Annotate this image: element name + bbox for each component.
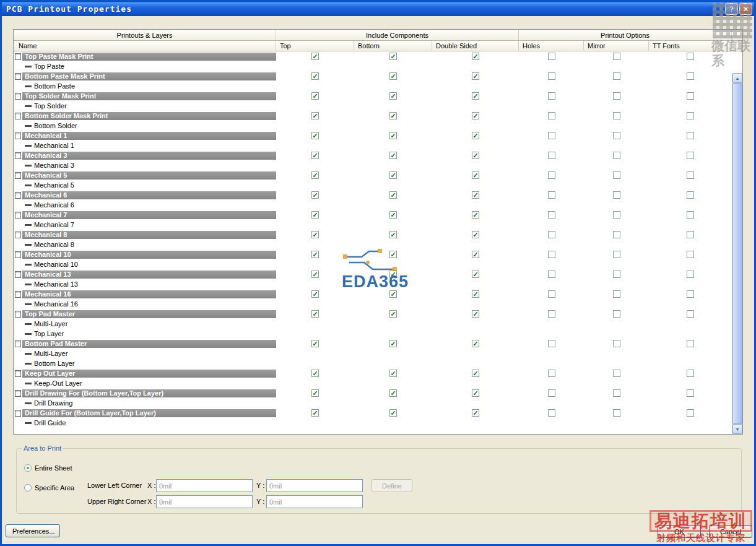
scroll-up-button[interactable]: ▲ (732, 73, 742, 83)
holes-checkbox[interactable] (548, 112, 555, 119)
top-checkbox[interactable]: ✓ (311, 370, 319, 377)
bottom-checkbox[interactable]: ✓ (389, 171, 397, 179)
holes-checkbox[interactable] (548, 171, 555, 179)
mirror-checkbox[interactable] (613, 340, 620, 347)
holes-checkbox[interactable] (548, 389, 555, 397)
bottom-checkbox[interactable]: ✓ (389, 191, 397, 199)
layer-row[interactable]: Mechanical 5 (14, 180, 732, 190)
mirror-checkbox[interactable] (613, 271, 620, 278)
layer-row[interactable]: Bottom Solder (14, 121, 732, 131)
upper-right-x-input[interactable] (156, 495, 253, 508)
mirror-checkbox[interactable] (613, 191, 620, 199)
layer-row[interactable]: Mechanical 16 (14, 299, 732, 309)
double-sided-checkbox[interactable]: ✓ (472, 211, 479, 219)
ok-button[interactable]: OK (658, 525, 701, 538)
printout-name-bar[interactable]: Drill Drawing For (Bottom Layer,Top Laye… (22, 389, 276, 397)
mirror-checkbox[interactable] (613, 211, 620, 219)
mirror-checkbox[interactable] (613, 251, 620, 258)
lower-left-x-input[interactable] (156, 479, 253, 492)
top-checkbox[interactable]: ✓ (311, 340, 319, 347)
top-checkbox[interactable]: ✓ (311, 112, 319, 119)
col-header-mirror[interactable]: Mirror (584, 41, 649, 51)
tt-fonts-checkbox[interactable] (687, 310, 694, 318)
bottom-checkbox[interactable]: ✓ (389, 389, 397, 397)
tt-fonts-checkbox[interactable] (687, 53, 694, 60)
top-checkbox[interactable]: ✓ (311, 290, 319, 298)
tt-fonts-checkbox[interactable] (687, 92, 694, 100)
bottom-checkbox[interactable]: ✓ (389, 231, 397, 238)
layer-row[interactable]: Mechanical 10 (14, 259, 732, 269)
mirror-checkbox[interactable] (613, 112, 620, 119)
top-checkbox[interactable]: ✓ (311, 389, 319, 397)
top-checkbox[interactable]: ✓ (311, 231, 319, 238)
holes-checkbox[interactable] (548, 72, 555, 80)
holes-checkbox[interactable] (548, 290, 555, 298)
layer-row[interactable]: Top Solder (14, 101, 732, 111)
printout-name-bar[interactable]: Mechanical 1 (22, 132, 276, 140)
tt-fonts-checkbox[interactable] (687, 211, 694, 219)
tt-fonts-checkbox[interactable] (687, 152, 694, 159)
layer-row[interactable]: Mechanical 8 (14, 240, 732, 249)
lower-left-y-input[interactable] (266, 479, 363, 492)
printout-name-bar[interactable]: Mechanical 8 (22, 231, 276, 239)
double-sided-checkbox[interactable]: ✓ (472, 132, 479, 139)
mirror-checkbox[interactable] (613, 53, 620, 60)
mirror-checkbox[interactable] (613, 409, 620, 417)
mirror-checkbox[interactable] (613, 171, 620, 179)
printout-name-bar[interactable]: Keep Out Layer (22, 370, 276, 378)
top-checkbox[interactable]: ✓ (311, 132, 319, 139)
define-button[interactable]: Define (371, 479, 412, 492)
bottom-checkbox[interactable]: ✓ (389, 72, 397, 80)
upper-right-y-input[interactable] (266, 495, 363, 508)
bottom-checkbox[interactable]: ✓ (389, 271, 397, 278)
holes-checkbox[interactable] (548, 92, 555, 100)
help-button[interactable]: ? (725, 3, 738, 15)
top-checkbox[interactable]: ✓ (311, 409, 319, 417)
bottom-checkbox[interactable]: ✓ (389, 290, 397, 298)
layer-row[interactable]: Mechanical 1 (14, 141, 732, 150)
tt-fonts-checkbox[interactable] (687, 290, 694, 298)
layer-row[interactable]: Mechanical 7 (14, 220, 732, 230)
double-sided-checkbox[interactable]: ✓ (472, 290, 479, 298)
layer-row[interactable]: Keep-Out Layer (14, 378, 732, 388)
tt-fonts-checkbox[interactable] (687, 231, 694, 238)
bottom-checkbox[interactable]: ✓ (389, 132, 397, 139)
tt-fonts-checkbox[interactable] (687, 171, 694, 179)
printout-name-bar[interactable]: Top Paste Mask Print (22, 53, 276, 61)
top-checkbox[interactable]: ✓ (311, 191, 319, 199)
entire-sheet-radio[interactable] (24, 464, 32, 472)
bottom-checkbox[interactable]: ✓ (389, 310, 397, 318)
holes-checkbox[interactable] (548, 152, 555, 159)
mirror-checkbox[interactable] (613, 92, 620, 100)
double-sided-checkbox[interactable]: ✓ (472, 310, 479, 318)
tt-fonts-checkbox[interactable] (687, 389, 694, 397)
holes-checkbox[interactable] (548, 251, 555, 258)
top-checkbox[interactable]: ✓ (311, 72, 319, 80)
bottom-checkbox[interactable]: ✓ (389, 211, 397, 219)
double-sided-checkbox[interactable]: ✓ (472, 231, 479, 238)
layer-row[interactable]: Multi-Layer (14, 349, 732, 358)
holes-checkbox[interactable] (548, 271, 555, 278)
specific-area-radio[interactable] (24, 484, 32, 492)
holes-checkbox[interactable] (548, 310, 555, 318)
layer-row[interactable]: Drill Guide (14, 418, 732, 428)
double-sided-checkbox[interactable]: ✓ (472, 72, 479, 80)
holes-checkbox[interactable] (548, 370, 555, 377)
printout-name-bar[interactable]: Bottom Pad Master (22, 340, 276, 348)
printout-name-bar[interactable]: Top Solder Mask Print (22, 92, 276, 100)
printout-name-bar[interactable]: Mechanical 3 (22, 152, 276, 160)
mirror-checkbox[interactable] (613, 310, 620, 318)
printout-name-bar[interactable]: Mechanical 10 (22, 251, 276, 259)
top-checkbox[interactable]: ✓ (311, 171, 319, 179)
mirror-checkbox[interactable] (613, 370, 620, 377)
mirror-checkbox[interactable] (613, 72, 620, 80)
col-header-double-sided[interactable]: Double Sided (432, 41, 519, 51)
mirror-checkbox[interactable] (613, 231, 620, 238)
printout-name-bar[interactable]: Top Pad Master (22, 310, 276, 318)
layer-row[interactable]: Top Paste (14, 61, 732, 71)
layer-row[interactable]: Mechanical 6 (14, 200, 732, 210)
tt-fonts-checkbox[interactable] (687, 191, 694, 199)
double-sided-checkbox[interactable]: ✓ (472, 53, 479, 60)
col-header-top[interactable]: Top (276, 41, 354, 51)
layer-row[interactable]: Bottom Layer (14, 358, 732, 368)
